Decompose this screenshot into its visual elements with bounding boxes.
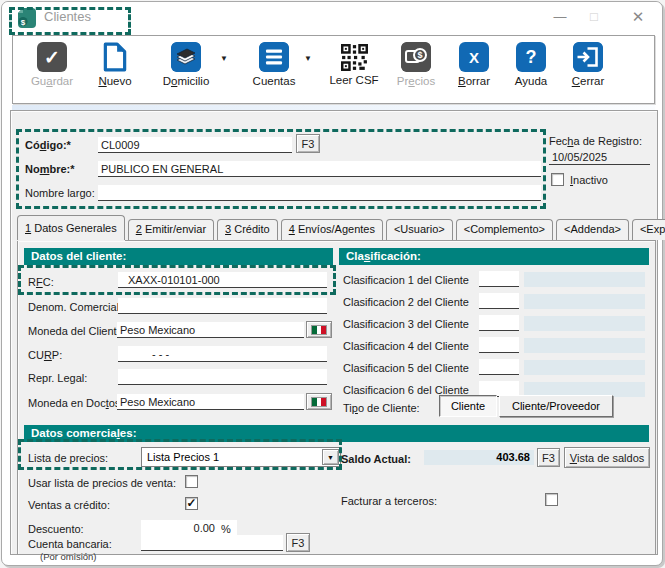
- combo-dropdown-arrow-icon[interactable]: [322, 449, 339, 465]
- clasificacion-2-label: Clasificacion 2 del Cliente: [343, 296, 469, 308]
- close-icon[interactable]: ✕: [626, 7, 650, 27]
- moneda-cliente-field[interactable]: Peso Mexicano: [117, 322, 304, 338]
- curp-field[interactable]: - - -: [118, 346, 327, 362]
- moneda-cliente-flag-button[interactable]: [306, 321, 332, 338]
- clasificacion-1-label: Clasificacion 1 del Cliente: [343, 274, 469, 286]
- tab-complemento[interactable]: <Complemento>: [456, 219, 553, 240]
- lista-precios-combo[interactable]: Lista Precios 1: [141, 447, 341, 467]
- nuevo-label: Nuevo: [98, 75, 131, 87]
- datos-comerciales-header: Datos comerciales:: [24, 425, 649, 442]
- clasificacion-5-display: [524, 360, 645, 375]
- qr-code-icon: [341, 44, 368, 71]
- svg-text:$: $: [21, 18, 26, 27]
- cuentas-label: Cuentas: [253, 75, 296, 87]
- screenshot: $ Clientes — □ ✕ Guardar Nuevo: [0, 0, 665, 568]
- borrar-label: Borrar: [458, 75, 490, 87]
- guardar-button[interactable]: Guardar: [25, 42, 79, 87]
- clientes-window: $ Clientes — □ ✕ Guardar Nuevo: [1, 1, 663, 566]
- clasificacion-2-code-field[interactable]: [479, 293, 519, 309]
- saldo-f3-button[interactable]: F3: [537, 448, 560, 467]
- datos-generales-panel: Datos del cliente: RFC: XAXX-010101-000 …: [17, 240, 656, 555]
- nombre-largo-field[interactable]: [98, 185, 541, 201]
- tab-usuario[interactable]: <Usuario>: [386, 219, 453, 240]
- ventas-credito-label: Ventas a crédito:: [28, 499, 110, 511]
- leer-csf-button[interactable]: Leer CSF: [325, 42, 383, 86]
- fecha-registro-field[interactable]: 10/05/2025: [549, 149, 650, 165]
- toolbar: Guardar Nuevo Domicilio ▼: [12, 35, 655, 104]
- rfc-label: RFC:: [28, 276, 54, 288]
- clasificacion-3-label: Clasificacion 3 del Cliente: [343, 318, 469, 330]
- clasificacion-4-display: [524, 338, 645, 353]
- save-check-icon: [37, 42, 67, 72]
- tab-datos-generales[interactable]: 1 Datos Generales: [17, 215, 125, 240]
- exit-door-icon: [573, 42, 603, 72]
- clasificacion-1-code-field[interactable]: [479, 271, 519, 287]
- tipo-cliente-option-cliente[interactable]: Cliente: [439, 395, 497, 417]
- nuevo-button[interactable]: Nuevo: [91, 42, 139, 87]
- tab-emitir-enviar[interactable]: 2 Emitir/enviar: [128, 219, 214, 240]
- ayuda-label: Ayuda: [515, 75, 547, 87]
- denom-comercial-field[interactable]: [118, 298, 327, 314]
- maximize-icon[interactable]: □: [582, 7, 606, 27]
- tab-expediente[interactable]: <Expediente>: [632, 219, 665, 240]
- moneda-cliente-label: Moneda del Cliente:: [28, 325, 126, 337]
- guardar-label: Guardar: [31, 75, 73, 87]
- cerrar-button[interactable]: Cerrar: [565, 42, 611, 87]
- borrar-button[interactable]: Borrar: [451, 42, 497, 87]
- rfc-field[interactable]: XAXX-010101-000: [118, 272, 327, 288]
- ventas-credito-checkbox[interactable]: [185, 497, 198, 510]
- saldo-actual-value: 403.68: [424, 450, 534, 465]
- clasificacion-3-code-field[interactable]: [479, 315, 519, 331]
- ayuda-button[interactable]: Ayuda: [509, 42, 553, 87]
- repr-legal-field[interactable]: [118, 369, 327, 385]
- mexico-flag-icon: [311, 325, 327, 335]
- inactivo-checkbox[interactable]: [551, 173, 564, 186]
- client-form-panel: Código:* CL0009 F3 Nombre:* PUBLICO EN G…: [10, 110, 658, 555]
- inactivo-label: Inactivo: [570, 174, 608, 186]
- usar-lista-precios-checkbox[interactable]: [185, 475, 198, 488]
- nombre-largo-label: Nombre largo:: [25, 187, 95, 199]
- vista-de-saldos-button[interactable]: Vista de saldos: [564, 447, 650, 468]
- usar-lista-precios-label: Usar lista de precios de venta:: [28, 477, 176, 489]
- moneda-doctos-label: Moneda en Doctos:: [28, 397, 123, 409]
- moneda-doctos-field[interactable]: Peso Mexicano: [117, 394, 304, 410]
- clasificacion-5-code-field[interactable]: [479, 359, 519, 375]
- codigo-label: Código:*: [25, 139, 71, 151]
- tipo-cliente-label: Tipo de Cliente:: [343, 402, 420, 414]
- cuenta-bancaria-sublabel: (Por omisión): [40, 551, 97, 562]
- domicilio-label: Domicilio: [163, 75, 210, 87]
- nombre-field[interactable]: PUBLICO EN GENERAL: [98, 161, 541, 177]
- tab-credito[interactable]: 3 Crédito: [217, 219, 278, 240]
- tab-envios-agentes[interactable]: 4 Envíos/Agentes: [281, 219, 383, 240]
- descuento-percent-label: %: [221, 523, 231, 535]
- lista-precios-label: Lista de precios:: [28, 452, 108, 464]
- tipo-cliente-option-cliente-proveedor[interactable]: Cliente/Proveedor: [499, 395, 613, 417]
- clasificacion-2-display: [524, 294, 645, 309]
- minimize-icon[interactable]: —: [548, 7, 572, 27]
- facturar-terceros-checkbox[interactable]: [545, 493, 558, 506]
- nombre-label: Nombre:*: [25, 163, 75, 175]
- cuenta-bancaria-field[interactable]: [141, 535, 283, 551]
- domicilio-button[interactable]: Domicilio: [155, 42, 217, 87]
- clasificacion-header: Clasificación:: [339, 248, 649, 265]
- prices-coin-icon: $: [401, 42, 431, 72]
- clasificacion-4-code-field[interactable]: [479, 337, 519, 353]
- clasificacion-1-display: [524, 272, 645, 287]
- codigo-field[interactable]: CL0009: [98, 137, 292, 153]
- tab-addenda[interactable]: <Addenda>: [556, 219, 629, 240]
- cuentas-button[interactable]: Cuentas: [247, 42, 301, 87]
- clasificacion-4-label: Clasificacion 4 del Cliente: [343, 340, 469, 352]
- address-cards-icon: [171, 42, 201, 72]
- cuentas-dropdown-arrow-icon[interactable]: ▼: [301, 54, 315, 63]
- codigo-f3-button[interactable]: F3: [296, 134, 320, 153]
- saldo-actual-label: Saldo Actual:: [341, 453, 411, 465]
- clasificacion-3-display: [524, 316, 645, 331]
- cerrar-label: Cerrar: [572, 75, 605, 87]
- cuenta-bancaria-label: Cuenta bancaria:: [28, 538, 112, 550]
- domicilio-dropdown-arrow-icon[interactable]: ▼: [217, 54, 231, 63]
- curp-label: CURP:: [28, 349, 62, 361]
- precios-button[interactable]: $ Precios: [391, 42, 441, 87]
- cuenta-bancaria-f3-button[interactable]: F3: [286, 533, 310, 552]
- moneda-doctos-flag-button[interactable]: [306, 393, 332, 410]
- delete-x-icon: [459, 42, 489, 72]
